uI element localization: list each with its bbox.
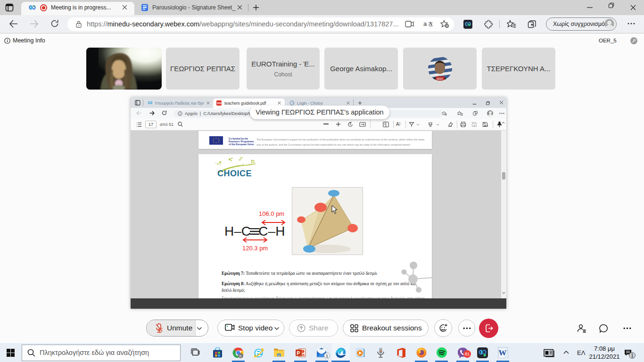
svg-text:ΔΕΔΑ: ΔΕΔΑ	[437, 77, 443, 80]
svg-text:P: P	[297, 351, 300, 356]
svg-text:E: E	[239, 354, 242, 358]
svg-text:CHOICE: CHOICE	[217, 169, 252, 177]
